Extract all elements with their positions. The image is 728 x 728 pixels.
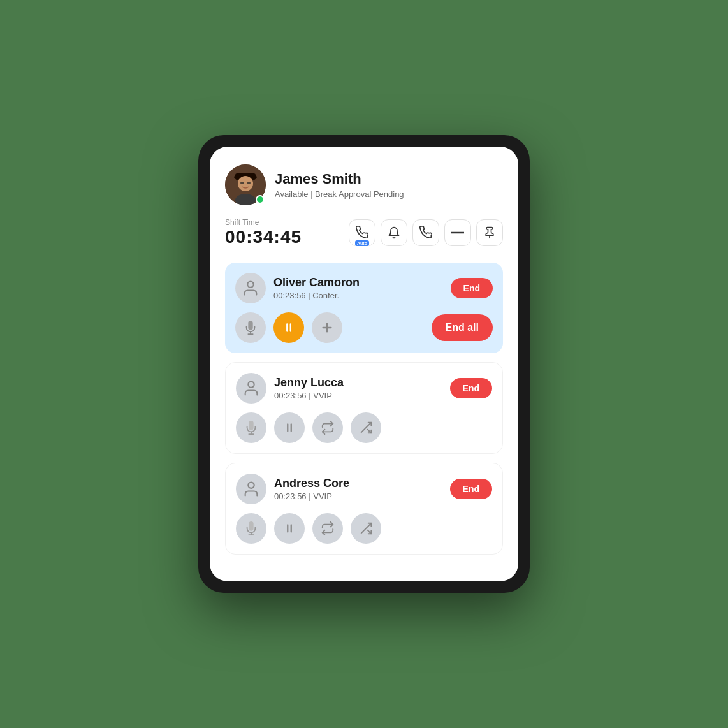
pause-button-3[interactable] [274, 513, 305, 544]
mute-button-2[interactable] [236, 412, 266, 443]
mute-button-1[interactable] [235, 312, 266, 343]
shuffle-button-3[interactable] [351, 513, 381, 544]
end-button-1[interactable]: End [451, 278, 493, 298]
shift-time: 00:34:45 [225, 227, 341, 247]
end-all-button[interactable]: End all [432, 314, 493, 341]
shift-block: Shift Time 00:34:45 [225, 218, 341, 247]
call-name-2: Jenny Lucca [274, 376, 442, 389]
header: James Smith Available | Break Approval P… [225, 164, 503, 205]
call-name-3: Andress Core [274, 477, 442, 490]
mute-button-3[interactable] [236, 513, 266, 544]
call-details-1: Oliver Camoron 00:23:56 | Confer. [273, 276, 443, 300]
svg-point-23 [248, 483, 254, 488]
user-status: Available | Break Approval Pending [275, 189, 503, 199]
online-indicator [256, 195, 265, 204]
call-actions-3 [236, 513, 492, 544]
transfer-button-3[interactable] [312, 513, 343, 544]
svg-point-9 [247, 282, 253, 288]
call-info-row-1: Oliver Camoron 00:23:56 | Confer. End [235, 273, 493, 303]
call-info-row-3: Andress Core 00:23:56 | VVIP End [236, 474, 492, 504]
svg-rect-4 [240, 182, 244, 184]
call-card-2: Jenny Lucca 00:23:56 | VVIP End [225, 362, 503, 454]
pause-button-2[interactable] [274, 412, 305, 443]
call-meta-2: 00:23:56 | VVIP [274, 391, 442, 400]
svg-point-3 [238, 176, 253, 191]
transfer-button-2[interactable] [312, 412, 343, 443]
call-avatar-2 [236, 373, 266, 404]
call-meta-1: 00:23:56 | Confer. [273, 291, 443, 300]
minimize-button[interactable] [444, 219, 471, 246]
phone-button[interactable] [412, 219, 439, 246]
call-card-1: Oliver Camoron 00:23:56 | Confer. End [225, 263, 503, 353]
pin-button[interactable] [476, 219, 503, 246]
pause-button-1[interactable] [273, 312, 304, 343]
avatar-wrapper [225, 164, 266, 205]
call-avatar-3 [236, 474, 266, 504]
user-info: James Smith Available | Break Approval P… [275, 171, 503, 198]
call-actions-1: End all [235, 312, 493, 343]
svg-point-16 [248, 382, 254, 388]
toolbar-row: Shift Time 00:34:45 [225, 218, 503, 247]
bell-button[interactable] [381, 219, 407, 246]
end-button-3[interactable]: End [450, 479, 492, 499]
end-button-2[interactable]: End [450, 378, 492, 398]
shift-label: Shift Time [225, 218, 341, 227]
add-button-1[interactable] [312, 312, 342, 343]
call-details-2: Jenny Lucca 00:23:56 | VVIP [274, 376, 442, 400]
user-name: James Smith [275, 171, 503, 187]
call-details-3: Andress Core 00:23:56 | VVIP [274, 477, 442, 501]
call-name-1: Oliver Camoron [273, 276, 443, 289]
call-meta-3: 00:23:56 | VVIP [274, 491, 442, 501]
call-actions-2 [236, 412, 492, 443]
call-card-3: Andress Core 00:23:56 | VVIP End [225, 463, 503, 555]
app-card: James Smith Available | Break Approval P… [210, 147, 518, 581]
call-info-row-2: Jenny Lucca 00:23:56 | VVIP End [236, 373, 492, 404]
auto-call-button[interactable] [349, 219, 375, 246]
device-shell: James Smith Available | Break Approval P… [198, 135, 530, 593]
call-avatar-1 [235, 273, 266, 303]
toolbar-buttons [349, 219, 503, 246]
shuffle-button-2[interactable] [351, 412, 381, 443]
svg-rect-5 [247, 182, 251, 184]
